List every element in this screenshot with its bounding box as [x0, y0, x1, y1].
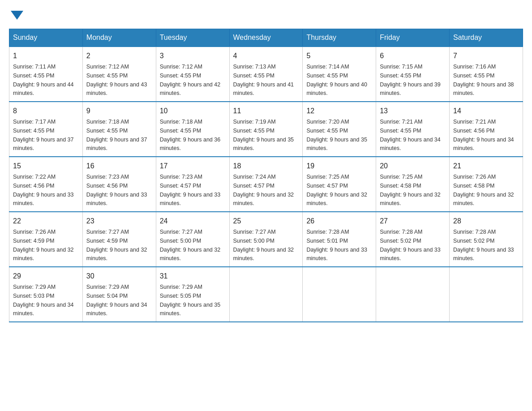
day-info: Sunrise: 7:26 AMSunset: 4:58 PMDaylight:…	[453, 174, 514, 206]
calendar-cell: 21 Sunrise: 7:26 AMSunset: 4:58 PMDaylig…	[450, 157, 523, 212]
day-number: 17	[160, 161, 226, 171]
calendar-header-row: SundayMondayTuesdayWednesdayThursdayFrid…	[9, 29, 523, 47]
day-info: Sunrise: 7:16 AMSunset: 4:55 PMDaylight:…	[453, 64, 514, 96]
calendar-cell: 26 Sunrise: 7:28 AMSunset: 5:01 PMDaylig…	[303, 212, 376, 267]
calendar-cell: 18 Sunrise: 7:24 AMSunset: 4:57 PMDaylig…	[229, 157, 303, 212]
day-info: Sunrise: 7:27 AMSunset: 5:00 PMDaylight:…	[160, 229, 221, 261]
day-info: Sunrise: 7:18 AMSunset: 4:55 PMDaylight:…	[86, 119, 147, 151]
calendar-cell: 22 Sunrise: 7:26 AMSunset: 4:59 PMDaylig…	[9, 212, 83, 267]
calendar-header-monday: Monday	[82, 29, 156, 47]
calendar-cell: 23 Sunrise: 7:27 AMSunset: 4:59 PMDaylig…	[82, 212, 156, 267]
day-info: Sunrise: 7:27 AMSunset: 5:00 PMDaylight:…	[233, 229, 294, 261]
calendar-cell: 1 Sunrise: 7:11 AMSunset: 4:55 PMDayligh…	[9, 47, 83, 102]
calendar-header-saturday: Saturday	[450, 29, 523, 47]
calendar-cell	[376, 267, 450, 322]
calendar-cell: 30 Sunrise: 7:29 AMSunset: 5:04 PMDaylig…	[82, 267, 156, 322]
calendar-cell	[450, 267, 523, 322]
calendar-week-row: 15 Sunrise: 7:22 AMSunset: 4:56 PMDaylig…	[9, 157, 523, 212]
calendar-cell: 14 Sunrise: 7:21 AMSunset: 4:56 PMDaylig…	[450, 102, 523, 157]
day-number: 18	[233, 161, 299, 171]
logo-row1	[9, 9, 23, 20]
calendar-cell: 25 Sunrise: 7:27 AMSunset: 5:00 PMDaylig…	[229, 212, 303, 267]
day-info: Sunrise: 7:13 AMSunset: 4:55 PMDaylight:…	[233, 64, 294, 96]
day-info: Sunrise: 7:23 AMSunset: 4:56 PMDaylight:…	[86, 174, 147, 206]
day-info: Sunrise: 7:19 AMSunset: 4:55 PMDaylight:…	[233, 119, 294, 151]
day-number: 1	[13, 51, 79, 61]
day-number: 19	[306, 161, 372, 171]
calendar-week-row: 29 Sunrise: 7:29 AMSunset: 5:03 PMDaylig…	[9, 267, 523, 322]
day-info: Sunrise: 7:14 AMSunset: 4:55 PMDaylight:…	[306, 64, 367, 96]
day-info: Sunrise: 7:12 AMSunset: 4:55 PMDaylight:…	[160, 64, 221, 96]
day-number: 24	[160, 216, 226, 227]
calendar-cell: 2 Sunrise: 7:12 AMSunset: 4:55 PMDayligh…	[82, 47, 156, 102]
calendar-header-sunday: Sunday	[9, 29, 83, 47]
calendar-cell: 15 Sunrise: 7:22 AMSunset: 4:56 PMDaylig…	[9, 157, 83, 212]
calendar-cell: 31 Sunrise: 7:29 AMSunset: 5:05 PMDaylig…	[156, 267, 229, 322]
day-number: 25	[233, 216, 299, 227]
day-info: Sunrise: 7:12 AMSunset: 4:55 PMDaylight:…	[86, 64, 147, 96]
calendar-cell: 9 Sunrise: 7:18 AMSunset: 4:55 PMDayligh…	[82, 102, 156, 157]
calendar-cell: 28 Sunrise: 7:28 AMSunset: 5:02 PMDaylig…	[450, 212, 523, 267]
calendar-cell: 7 Sunrise: 7:16 AMSunset: 4:55 PMDayligh…	[450, 47, 523, 102]
calendar-cell: 12 Sunrise: 7:20 AMSunset: 4:55 PMDaylig…	[303, 102, 376, 157]
calendar-week-row: 1 Sunrise: 7:11 AMSunset: 4:55 PMDayligh…	[9, 47, 523, 102]
day-info: Sunrise: 7:15 AMSunset: 4:55 PMDaylight:…	[380, 64, 441, 96]
calendar-cell: 20 Sunrise: 7:25 AMSunset: 4:58 PMDaylig…	[376, 157, 450, 212]
day-number: 21	[453, 161, 519, 171]
calendar-cell: 4 Sunrise: 7:13 AMSunset: 4:55 PMDayligh…	[229, 47, 303, 102]
day-info: Sunrise: 7:22 AMSunset: 4:56 PMDaylight:…	[13, 174, 74, 206]
logo-triangle-icon	[11, 11, 23, 20]
day-info: Sunrise: 7:25 AMSunset: 4:58 PMDaylight:…	[380, 174, 441, 206]
calendar-header-tuesday: Tuesday	[156, 29, 229, 47]
day-info: Sunrise: 7:25 AMSunset: 4:57 PMDaylight:…	[306, 174, 367, 206]
calendar-header-wednesday: Wednesday	[229, 29, 303, 47]
day-info: Sunrise: 7:21 AMSunset: 4:55 PMDaylight:…	[380, 119, 441, 151]
day-info: Sunrise: 7:26 AMSunset: 4:59 PMDaylight:…	[13, 229, 74, 261]
calendar-cell: 10 Sunrise: 7:18 AMSunset: 4:55 PMDaylig…	[156, 102, 229, 157]
day-info: Sunrise: 7:28 AMSunset: 5:01 PMDaylight:…	[306, 229, 367, 261]
day-number: 31	[160, 271, 226, 282]
day-number: 7	[453, 51, 519, 61]
calendar-cell: 29 Sunrise: 7:29 AMSunset: 5:03 PMDaylig…	[9, 267, 83, 322]
day-info: Sunrise: 7:29 AMSunset: 5:05 PMDaylight:…	[160, 284, 221, 317]
calendar-header-thursday: Thursday	[303, 29, 376, 47]
day-info: Sunrise: 7:28 AMSunset: 5:02 PMDaylight:…	[453, 229, 514, 261]
day-number: 6	[380, 51, 446, 61]
calendar-header-friday: Friday	[376, 29, 450, 47]
day-number: 14	[453, 106, 519, 116]
day-info: Sunrise: 7:29 AMSunset: 5:03 PMDaylight:…	[13, 284, 74, 317]
day-number: 22	[13, 216, 79, 227]
day-number: 2	[86, 51, 152, 61]
day-info: Sunrise: 7:29 AMSunset: 5:04 PMDaylight:…	[86, 284, 147, 317]
logo	[9, 9, 23, 20]
day-number: 23	[86, 216, 152, 227]
calendar-cell: 19 Sunrise: 7:25 AMSunset: 4:57 PMDaylig…	[303, 157, 376, 212]
day-info: Sunrise: 7:11 AMSunset: 4:55 PMDaylight:…	[13, 64, 74, 96]
calendar-cell: 27 Sunrise: 7:28 AMSunset: 5:02 PMDaylig…	[376, 212, 450, 267]
calendar-cell: 3 Sunrise: 7:12 AMSunset: 4:55 PMDayligh…	[156, 47, 229, 102]
page-header	[9, 9, 523, 20]
day-number: 15	[13, 161, 79, 171]
day-info: Sunrise: 7:23 AMSunset: 4:57 PMDaylight:…	[160, 174, 221, 206]
day-info: Sunrise: 7:18 AMSunset: 4:55 PMDaylight:…	[160, 119, 221, 151]
day-number: 29	[13, 271, 79, 282]
day-number: 20	[380, 161, 446, 171]
calendar-cell: 17 Sunrise: 7:23 AMSunset: 4:57 PMDaylig…	[156, 157, 229, 212]
calendar-cell: 6 Sunrise: 7:15 AMSunset: 4:55 PMDayligh…	[376, 47, 450, 102]
calendar-cell: 24 Sunrise: 7:27 AMSunset: 5:00 PMDaylig…	[156, 212, 229, 267]
day-number: 8	[13, 106, 79, 116]
calendar-table: SundayMondayTuesdayWednesdayThursdayFrid…	[9, 29, 523, 322]
day-number: 10	[160, 106, 226, 116]
calendar-cell	[229, 267, 303, 322]
day-number: 13	[380, 106, 446, 116]
day-info: Sunrise: 7:17 AMSunset: 4:55 PMDaylight:…	[13, 119, 74, 151]
day-number: 11	[233, 106, 299, 116]
day-number: 12	[306, 106, 372, 116]
calendar-week-row: 22 Sunrise: 7:26 AMSunset: 4:59 PMDaylig…	[9, 212, 523, 267]
day-number: 28	[453, 216, 519, 227]
day-number: 30	[86, 271, 152, 282]
calendar-cell: 13 Sunrise: 7:21 AMSunset: 4:55 PMDaylig…	[376, 102, 450, 157]
day-number: 5	[306, 51, 372, 61]
day-info: Sunrise: 7:27 AMSunset: 4:59 PMDaylight:…	[86, 229, 147, 261]
calendar-week-row: 8 Sunrise: 7:17 AMSunset: 4:55 PMDayligh…	[9, 102, 523, 157]
